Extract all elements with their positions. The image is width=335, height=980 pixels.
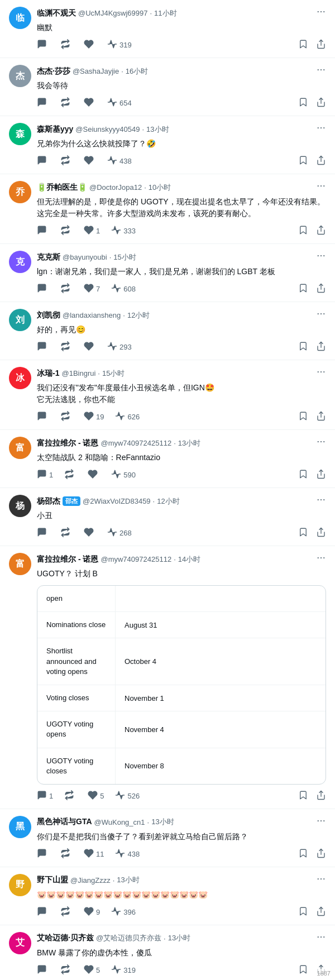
share-icon[interactable]	[316, 283, 326, 295]
views-action[interactable]: 626	[115, 411, 140, 423]
retweet-action[interactable]	[60, 906, 73, 918]
like-action[interactable]	[84, 97, 96, 109]
like-action[interactable]: 1	[84, 225, 100, 237]
views-action[interactable]: 333	[111, 225, 136, 237]
reply-action[interactable]	[37, 341, 49, 353]
more-button[interactable]	[316, 367, 326, 380]
retweet-action[interactable]	[60, 39, 73, 51]
more-button[interactable]	[316, 251, 326, 264]
avatar[interactable]: 富	[9, 437, 31, 459]
like-action[interactable]: 19	[84, 411, 104, 423]
reply-action[interactable]: 1	[37, 790, 53, 802]
views-action[interactable]: 526	[115, 790, 140, 802]
like-action[interactable]: 7	[84, 283, 100, 295]
like-action[interactable]	[84, 155, 96, 167]
views-action[interactable]: 268	[107, 527, 132, 539]
avatar[interactable]: 临	[9, 7, 31, 29]
like-action[interactable]	[88, 469, 100, 481]
more-button[interactable]	[316, 65, 326, 78]
views-action[interactable]: 319	[111, 964, 136, 976]
more-button[interactable]	[316, 437, 326, 450]
bookmark-icon[interactable]	[298, 97, 308, 109]
more-button[interactable]	[316, 816, 326, 829]
reply-action[interactable]	[37, 964, 49, 976]
bookmark-icon[interactable]	[298, 790, 308, 802]
avatar[interactable]: 杨	[9, 495, 31, 517]
avatar[interactable]: 克	[9, 251, 31, 273]
more-button[interactable]	[316, 181, 326, 194]
retweet-action[interactable]	[64, 469, 76, 481]
bookmark-icon[interactable]	[298, 225, 308, 237]
share-icon[interactable]	[316, 848, 326, 860]
views-action[interactable]: 293	[107, 341, 132, 353]
reply-action[interactable]	[37, 283, 49, 295]
share-icon[interactable]	[316, 341, 326, 353]
retweet-action[interactable]	[60, 283, 73, 295]
bookmark-icon[interactable]	[298, 155, 308, 167]
more-button[interactable]	[316, 874, 326, 887]
avatar[interactable]: 冰	[9, 367, 31, 389]
like-action[interactable]: 5	[84, 964, 100, 976]
retweet-action[interactable]	[60, 225, 73, 237]
avatar[interactable]: 刘	[9, 309, 31, 331]
retweet-action[interactable]	[60, 155, 73, 167]
views-action[interactable]: 396	[111, 906, 136, 918]
like-action[interactable]: 11	[84, 848, 104, 860]
reply-action[interactable]	[37, 155, 49, 167]
reply-action[interactable]	[37, 848, 49, 860]
more-button[interactable]	[316, 7, 326, 20]
retweet-action[interactable]	[60, 527, 73, 539]
avatar[interactable]: 野	[9, 874, 31, 896]
share-icon[interactable]	[316, 790, 326, 802]
bookmark-icon[interactable]	[298, 964, 308, 976]
reply-action[interactable]: 1	[37, 469, 53, 481]
reply-action[interactable]	[37, 527, 49, 539]
bookmark-icon[interactable]	[298, 283, 308, 295]
views-action[interactable]: 438	[115, 848, 140, 860]
retweet-action[interactable]	[60, 964, 73, 976]
like-action[interactable]: 5	[88, 790, 104, 802]
avatar[interactable]: 富	[9, 553, 31, 575]
retweet-action[interactable]	[60, 97, 73, 109]
avatar[interactable]: 艾	[9, 932, 31, 954]
share-icon[interactable]	[316, 225, 326, 237]
more-button[interactable]	[316, 123, 326, 136]
avatar[interactable]: 森	[9, 123, 31, 145]
share-icon[interactable]	[316, 527, 326, 539]
share-icon[interactable]	[316, 155, 326, 167]
share-icon[interactable]	[316, 39, 326, 51]
bookmark-icon[interactable]	[298, 469, 308, 481]
like-action[interactable]	[84, 39, 96, 51]
reply-action[interactable]	[37, 411, 49, 423]
reply-action[interactable]	[37, 39, 49, 51]
share-icon[interactable]	[316, 906, 326, 918]
more-button[interactable]	[316, 309, 326, 322]
share-icon[interactable]	[316, 97, 326, 109]
bookmark-icon[interactable]	[298, 341, 308, 353]
retweet-action[interactable]	[64, 790, 76, 802]
views-action[interactable]: 438	[107, 155, 132, 167]
share-icon[interactable]	[316, 469, 326, 481]
like-action[interactable]	[84, 527, 96, 539]
reply-action[interactable]	[37, 225, 49, 237]
retweet-action[interactable]	[60, 411, 73, 423]
reply-action[interactable]	[37, 97, 49, 109]
bookmark-icon[interactable]	[298, 848, 308, 860]
bookmark-icon[interactable]	[298, 39, 308, 51]
views-action[interactable]: 608	[111, 283, 136, 295]
like-action[interactable]	[84, 341, 96, 353]
more-button[interactable]	[316, 495, 326, 508]
share-icon[interactable]	[316, 411, 326, 423]
retweet-action[interactable]	[60, 341, 73, 353]
retweet-action[interactable]	[60, 848, 73, 860]
views-action[interactable]: 319	[107, 39, 132, 51]
avatar[interactable]: 杰	[9, 65, 31, 87]
like-action[interactable]: 9	[84, 906, 100, 918]
reply-action[interactable]	[37, 906, 49, 918]
avatar[interactable]: 乔	[9, 181, 31, 203]
bookmark-icon[interactable]	[298, 906, 308, 918]
bookmark-icon[interactable]	[298, 411, 308, 423]
avatar[interactable]: 黑	[9, 816, 31, 838]
more-button[interactable]	[316, 932, 326, 945]
bookmark-icon[interactable]	[298, 527, 308, 539]
